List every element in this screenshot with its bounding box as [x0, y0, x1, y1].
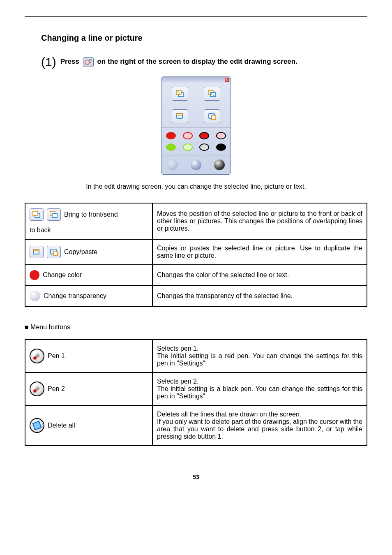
menu-subhead: ■ Menu buttons — [25, 324, 367, 331]
menu-label: Pen 1 — [48, 352, 65, 360]
feature-label-second: to back — [30, 227, 148, 234]
svg-rect-8 — [212, 116, 216, 120]
section-heading: Changing a line or picture — [41, 33, 367, 43]
color-black-outline-icon[interactable] — [199, 143, 209, 151]
copy-icon — [30, 246, 44, 258]
feature-label: Bring to front/send — [64, 211, 118, 218]
color-green-outline-icon[interactable] — [183, 143, 193, 151]
bring-to-front-icon[interactable] — [172, 87, 188, 101]
table-row: Change transparency Changes the transpar… — [25, 285, 367, 307]
feature-label: Change transparency — [44, 292, 106, 300]
step-text: Press on the right of the screen to disp… — [60, 57, 297, 67]
svg-rect-4 — [210, 92, 215, 97]
table-row: Bring to front/send to back Moves the po… — [25, 203, 367, 239]
transparency-none-icon[interactable] — [214, 160, 225, 170]
color-circle-icon — [30, 270, 39, 280]
menu-desc: Selects pen 2. The initial setting is a … — [152, 372, 367, 405]
edit-drawing-icon — [83, 57, 94, 67]
feature-desc: Moves the position of the selected line … — [152, 203, 367, 239]
color-red-fill-icon[interactable] — [166, 132, 176, 139]
table-row: Delete all Deletes all the lines that ar… — [25, 405, 367, 446]
transparency-circle-icon — [30, 291, 40, 301]
menu-table: Pen 1 Selects pen 1. The initial setting… — [25, 339, 367, 446]
svg-rect-6 — [177, 113, 182, 115]
menu-label: Delete all — [48, 422, 75, 429]
send-to-back-icon — [47, 208, 61, 221]
svg-rect-16 — [53, 251, 58, 255]
svg-rect-14 — [33, 249, 39, 251]
menu-desc: Selects pen 1. The initial setting is a … — [152, 340, 367, 372]
page-footer: 53 — [25, 471, 367, 480]
feature-desc: Changes the color of the selected line o… — [152, 265, 367, 285]
transparency-high-icon[interactable] — [167, 160, 178, 170]
page-number: 53 — [193, 474, 199, 480]
svg-rect-10 — [33, 211, 38, 215]
pen1-icon — [30, 349, 44, 363]
svg-rect-5 — [177, 113, 182, 118]
color-red-blackborder-outline-icon[interactable] — [216, 132, 226, 139]
table-row: Copy/paste Copies or pastes the selected… — [25, 239, 367, 265]
step-number: (1) — [41, 55, 56, 69]
edit-drawing-panel: × — [25, 76, 367, 175]
menu-desc: Deletes all the lines that are drawn on … — [152, 405, 367, 446]
panel-titlebar: × — [161, 77, 231, 83]
bring-to-front-icon — [30, 208, 44, 221]
paste-icon — [47, 246, 61, 258]
close-icon[interactable]: × — [225, 78, 229, 82]
intro-text: In the edit drawing screen, you can chan… — [25, 183, 367, 190]
svg-rect-12 — [52, 213, 57, 217]
feature-desc: Changes the transparency of the selected… — [152, 285, 367, 307]
copy-icon[interactable] — [172, 109, 188, 123]
color-red-outline-icon[interactable] — [183, 132, 193, 139]
pen2-icon — [30, 382, 44, 396]
color-red-blackborder-fill-icon[interactable] — [199, 132, 209, 139]
send-to-back-icon[interactable] — [204, 87, 220, 101]
table-row: Change color Changes the color of the se… — [25, 265, 367, 285]
step-1: (1) Press on the right of the screen to … — [41, 55, 367, 69]
table-row: Pen 1 Selects pen 1. The initial setting… — [25, 340, 367, 372]
top-rule — [25, 16, 367, 17]
svg-rect-2 — [176, 90, 181, 95]
feature-label: Copy/paste — [64, 248, 97, 256]
color-black-fill-icon[interactable] — [216, 143, 226, 151]
delete-all-icon — [30, 418, 44, 433]
feature-table: Bring to front/send to back Moves the po… — [25, 203, 367, 307]
transparency-mid-icon[interactable] — [191, 160, 201, 170]
feature-desc: Copies or pastes the selected line or pi… — [152, 239, 367, 265]
svg-rect-13 — [33, 249, 39, 254]
menu-label: Pen 2 — [48, 385, 65, 393]
paste-icon[interactable] — [204, 109, 220, 123]
table-row: Pen 2 Selects pen 2. The initial setting… — [25, 372, 367, 405]
color-green-fill-icon[interactable] — [166, 143, 176, 151]
feature-label: Change color — [43, 271, 82, 279]
